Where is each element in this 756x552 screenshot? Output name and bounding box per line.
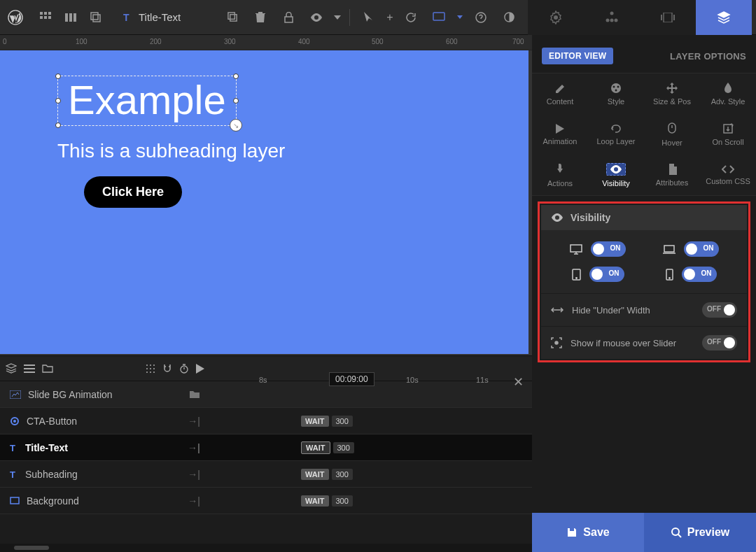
svg-text:T: T <box>123 12 130 23</box>
magnet-icon[interactable] <box>162 364 172 374</box>
contrast-icon[interactable] <box>497 6 521 29</box>
folder-icon[interactable] <box>42 364 53 373</box>
title-text-layer[interactable]: Example <box>58 76 236 123</box>
svg-rect-24 <box>664 13 672 22</box>
svg-rect-6 <box>48 16 51 19</box>
svg-rect-10 <box>93 15 100 22</box>
option-style[interactable]: Style <box>588 73 644 114</box>
svg-point-21 <box>606 18 610 22</box>
toggle-show-mouse[interactable]: OFF <box>702 335 737 351</box>
grid-icon[interactable] <box>34 6 57 29</box>
preview-button[interactable]: Preview <box>644 513 756 552</box>
svg-rect-29 <box>24 371 35 373</box>
chevron-down-icon[interactable] <box>332 6 342 29</box>
cursor-icon[interactable] <box>357 6 381 29</box>
grid-snap-icon[interactable] <box>146 364 155 374</box>
hide-under-label: Hide "Under" Width <box>572 305 650 316</box>
panel-title: Visibility <box>570 212 610 223</box>
svg-rect-40 <box>10 390 21 399</box>
option-attributes[interactable]: Attributes <box>644 155 700 195</box>
columns-icon[interactable] <box>59 6 83 29</box>
folder-icon[interactable] <box>189 390 200 399</box>
slide-canvas[interactable]: Example ↘ This is a subheading layer Cli… <box>0 50 528 354</box>
svg-rect-7 <box>65 13 68 22</box>
laptop-icon <box>663 245 676 254</box>
save-button[interactable]: Save <box>532 513 644 552</box>
tab-layers[interactable] <box>696 0 752 35</box>
layer-options-label: LAYER OPTIONS <box>670 51 746 62</box>
cta-button-layer[interactable]: Click Here <box>84 176 182 208</box>
add-icon[interactable]: + <box>385 6 395 29</box>
svg-point-42 <box>13 420 16 423</box>
svg-rect-9 <box>74 13 76 22</box>
width-icon <box>551 306 564 314</box>
option-loop-layer[interactable]: Loop Layer <box>588 114 644 155</box>
svg-rect-28 <box>24 368 35 369</box>
desktop-icon[interactable] <box>427 6 451 29</box>
timeline-group-row[interactable]: Slide BG Animation <box>0 381 532 408</box>
tab-settings[interactable] <box>528 0 584 35</box>
svg-point-31 <box>150 365 151 366</box>
option-visibility[interactable]: Visibility <box>588 155 644 195</box>
svg-point-22 <box>615 18 618 22</box>
option-actions[interactable]: Actions <box>532 155 588 195</box>
tablet-icon <box>572 269 581 281</box>
svg-rect-3 <box>48 12 51 15</box>
svg-point-38 <box>153 371 155 373</box>
editor-view-badge[interactable]: EDITOR VIEW <box>542 48 613 64</box>
timeline-row[interactable]: TTitle-Text→| WAIT300 <box>0 434 532 461</box>
layers-icon[interactable] <box>6 363 17 374</box>
option-hover[interactable]: Hover <box>644 114 700 155</box>
eye-icon[interactable] <box>304 6 328 29</box>
chevron-down-icon[interactable] <box>455 6 465 29</box>
trash-icon[interactable] <box>248 6 272 29</box>
svg-rect-4 <box>40 16 43 19</box>
help-icon[interactable] <box>469 6 493 29</box>
timeline-current-time[interactable]: 00:09:00 <box>329 372 374 386</box>
timeline-row[interactable]: Background→| WAIT300 <box>0 488 532 514</box>
svg-point-30 <box>146 365 148 366</box>
stack-icon[interactable] <box>84 6 108 29</box>
option-adv-style[interactable]: Adv. Style <box>700 73 756 114</box>
toggle-laptop[interactable]: ON <box>684 241 719 257</box>
svg-text:T: T <box>10 469 15 479</box>
timeline-row[interactable]: TSubheading→| WAIT300 <box>0 461 532 488</box>
option-content[interactable]: Content <box>532 73 588 114</box>
selection-box[interactable]: Example ↘ <box>57 76 237 126</box>
timeline-row[interactable]: CTA-Button→| WAIT300 <box>0 408 532 434</box>
tab-navigation[interactable] <box>584 0 640 35</box>
refresh-icon[interactable] <box>399 6 423 29</box>
option-size-pos[interactable]: Size & Pos <box>644 73 700 114</box>
timeline-scrollbar[interactable] <box>0 544 532 552</box>
svg-rect-2 <box>44 12 47 15</box>
stopwatch-icon[interactable] <box>179 364 189 374</box>
search-icon <box>671 527 682 538</box>
toggle-phone[interactable]: ON <box>682 267 717 282</box>
play-icon[interactable] <box>196 364 204 374</box>
toggle-tablet[interactable]: ON <box>589 267 624 282</box>
svg-point-32 <box>153 365 155 366</box>
option-custom-css[interactable]: Custom CSS <box>700 155 756 195</box>
toggle-hide-under[interactable]: OFF <box>702 302 737 318</box>
svg-rect-25 <box>661 15 662 20</box>
lock-icon[interactable] <box>276 6 300 29</box>
subheading-layer[interactable]: This is a subheading layer <box>57 140 285 162</box>
tab-slide[interactable] <box>640 0 696 35</box>
option-animation[interactable]: Animation <box>532 114 588 155</box>
svg-rect-13 <box>230 15 236 21</box>
copy-icon[interactable] <box>220 6 244 29</box>
option-on-scroll[interactable]: On Scroll <box>700 114 756 155</box>
layer-selector[interactable]: T Title-Text <box>122 11 181 23</box>
svg-rect-52 <box>570 245 582 252</box>
svg-rect-1 <box>40 12 43 15</box>
phone-icon <box>666 269 673 281</box>
close-icon[interactable]: ✕ <box>513 374 524 390</box>
svg-rect-26 <box>673 15 675 20</box>
timeline-panel: 8s 00:09:00 10s 11s ✕ Slide BG Animation… <box>0 355 532 552</box>
resize-handle-icon[interactable]: ↘ <box>230 119 242 132</box>
svg-text:T: T <box>10 443 15 453</box>
list-icon[interactable] <box>24 365 35 373</box>
wordpress-icon[interactable] <box>4 6 27 29</box>
focus-icon <box>551 337 562 348</box>
toggle-desktop[interactable]: ON <box>591 241 626 257</box>
